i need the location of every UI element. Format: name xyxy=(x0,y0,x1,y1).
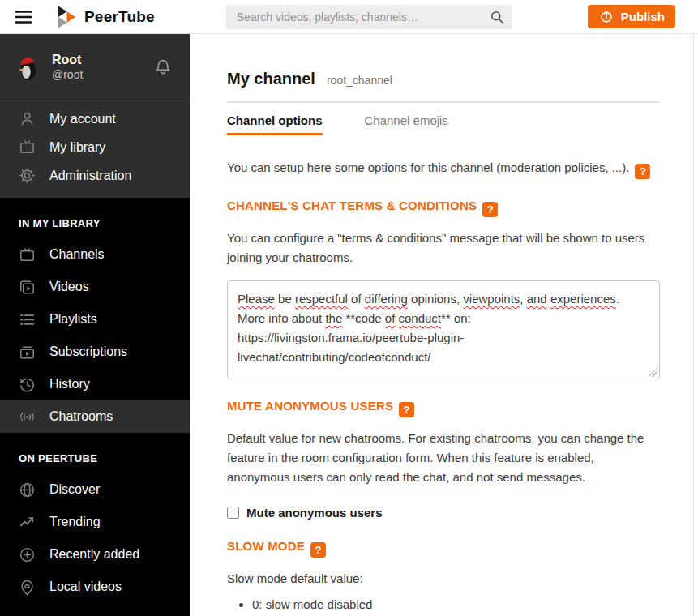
slow-mode-heading-label: SLOW MODE xyxy=(227,539,305,553)
resize-handle-icon[interactable] xyxy=(649,368,657,377)
title-divider xyxy=(227,101,660,103)
menu-icon[interactable] xyxy=(13,6,34,28)
account-menu: My account My library Administr xyxy=(0,101,190,198)
help-icon[interactable]: ? xyxy=(482,202,498,217)
user-row: Root @root xyxy=(0,34,190,101)
publish-label: Publish xyxy=(621,10,665,24)
help-icon[interactable]: ? xyxy=(310,542,326,558)
slow-mode-heading: SLOW MODE? xyxy=(227,539,665,558)
videos-icon xyxy=(18,278,36,297)
tab-channel-emojis[interactable]: Channel emojis xyxy=(365,113,448,135)
trending-icon xyxy=(18,513,36,532)
sidebar-item-label: Administration xyxy=(49,169,131,183)
sidebar-item-trending[interactable]: Trending xyxy=(0,506,190,538)
mute-checkbox-label[interactable]: Mute anonymous users xyxy=(246,506,383,520)
mute-heading-label: MUTE ANONYMOUS USERS xyxy=(227,399,393,413)
sidebar-item-label: Channels xyxy=(49,247,105,262)
sidebar-item-label: Playlists xyxy=(49,312,97,327)
sidebar-item-local-videos[interactable]: Local videos xyxy=(0,571,190,603)
globe-icon xyxy=(18,481,36,499)
sidebar-item-label: Trending xyxy=(49,515,101,529)
peertube-logo-icon xyxy=(57,5,77,29)
sidebar-item-label: Chatrooms xyxy=(49,409,113,424)
terms-textarea[interactable]: Please be respectful of differing opinio… xyxy=(227,280,660,379)
sidebar-item-discover[interactable]: Discover xyxy=(0,473,190,506)
gear-icon xyxy=(18,166,36,185)
sidebar-section-title: IN MY LIBRARY xyxy=(0,198,190,238)
tab-channel-options[interactable]: Channel options xyxy=(227,113,323,135)
playlist-icon xyxy=(18,310,36,329)
user-name: Root xyxy=(52,52,83,68)
intro-label: You can setup here some options for this… xyxy=(227,160,629,174)
mute-description: Default value for new chatrooms. For exi… xyxy=(227,429,660,487)
history-icon xyxy=(18,375,36,394)
sidebar-item-my-account[interactable]: My account xyxy=(0,105,190,133)
logo-text: PeerTube xyxy=(84,8,155,26)
sidebar-item-administration[interactable]: Administration xyxy=(0,161,190,190)
page-subtitle: root_channel xyxy=(327,74,392,87)
sidebar-item-my-library[interactable]: My library xyxy=(0,133,190,161)
subscriptions-icon xyxy=(18,343,36,361)
upload-icon xyxy=(598,9,614,25)
list-item: 0: slow mode disabled xyxy=(252,594,614,614)
search-icon[interactable] xyxy=(489,9,505,25)
top-header: PeerTube Publish xyxy=(0,0,698,34)
help-icon[interactable]: ? xyxy=(635,164,650,179)
publish-button[interactable]: Publish xyxy=(588,5,675,28)
sidebar: Root @root My account xyxy=(0,34,190,616)
user-names: Root @root xyxy=(52,52,83,83)
sidebar-item-partial[interactable] xyxy=(0,611,190,616)
home-pin-icon xyxy=(18,578,36,597)
user-handle: @root xyxy=(52,68,83,83)
search-box xyxy=(226,5,512,29)
sidebar-item-recently-added[interactable]: Recently added xyxy=(0,538,190,571)
sidebar-item-label: My account xyxy=(49,112,116,126)
plus-circle-icon xyxy=(18,545,36,564)
intro-text: You can setup here some options for this… xyxy=(227,160,665,179)
slow-mode-list: 0: slow mode disabled Any positive integ… xyxy=(227,594,665,616)
sidebar-section-title: ON PEERTUBE xyxy=(0,433,190,473)
terms-heading: CHANNEL'S CHAT TERMS & CONDITIONS? xyxy=(227,199,665,217)
mute-checkbox-row: Mute anonymous users xyxy=(227,506,665,520)
terms-description: You can configure a "terms & conditions"… xyxy=(227,229,660,267)
sidebar-item-label: My library xyxy=(49,140,105,155)
sidebar-item-label: Discover xyxy=(49,482,100,497)
sidebar-item-channels[interactable]: Channels xyxy=(0,238,190,271)
mute-heading: MUTE ANONYMOUS USERS? xyxy=(227,399,665,417)
sidebar-item-label: History xyxy=(49,377,90,391)
user-icon xyxy=(18,109,36,128)
tv-icon xyxy=(18,138,36,156)
notification-bell-icon[interactable] xyxy=(152,57,173,78)
peertube-logo[interactable]: PeerTube xyxy=(57,5,155,29)
sidebar-item-label: Subscriptions xyxy=(49,344,127,359)
help-icon[interactable]: ? xyxy=(399,402,414,417)
sidebar-item-chatrooms[interactable]: Chatrooms xyxy=(0,400,190,433)
slow-mode-description: Slow mode default value: xyxy=(227,569,660,588)
avatar[interactable] xyxy=(14,53,41,81)
sidebar-item-playlists[interactable]: Playlists xyxy=(0,303,190,336)
sidebar-item-label: Local videos xyxy=(49,580,122,594)
tv-icon xyxy=(18,246,36,264)
terms-heading-label: CHANNEL'S CHAT TERMS & CONDITIONS xyxy=(227,199,477,212)
scrollbar[interactable] xyxy=(693,34,694,616)
main-content: My channel root_channel Channel options … xyxy=(190,34,698,616)
tabs: Channel options Channel emojis xyxy=(227,113,665,135)
live-icon xyxy=(18,408,36,426)
search-input[interactable] xyxy=(226,5,512,29)
sidebar-item-subscriptions[interactable]: Subscriptions xyxy=(0,336,190,368)
page-title: My channel xyxy=(227,70,315,88)
mute-anonymous-checkbox[interactable] xyxy=(227,507,239,519)
sidebar-item-label: Videos xyxy=(49,280,89,294)
sidebar-user-block: Root @root My account xyxy=(0,34,190,198)
sidebar-item-videos[interactable]: Videos xyxy=(0,271,190,303)
sidebar-item-label: Recently added xyxy=(49,547,139,562)
sidebar-item-history[interactable]: History xyxy=(0,368,190,400)
